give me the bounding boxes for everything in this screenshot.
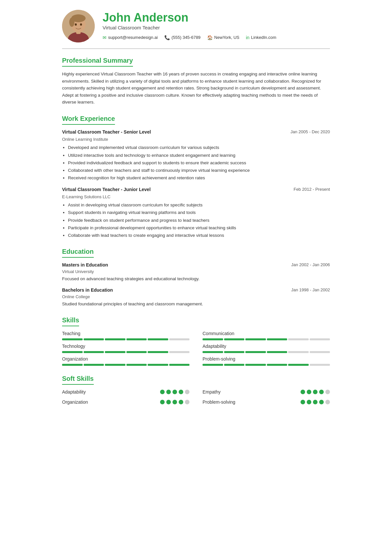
linkedin-contact: in LinkedIn.com	[246, 34, 276, 41]
soft-skills-section: Soft Skills AdaptabilityEmpathyOrganizat…	[62, 374, 330, 406]
soft-skill-dots-2	[160, 400, 189, 404]
skill-item-2: Technology	[62, 343, 189, 353]
work-experience-section: Work Experience Virtual Classroom Teache…	[62, 114, 330, 239]
degree-1-date: Jan 1998 - Jan 2002	[291, 287, 330, 293]
soft-skill-row-2: Organization	[62, 399, 189, 406]
job-0-bullets: Developed and implemented virtual classr…	[62, 144, 330, 181]
email-value: support@resumedesign.ai	[108, 34, 158, 41]
contact-bar: ✉ support@resumedesign.ai 📞 (555) 345-67…	[103, 34, 330, 41]
job-1-title: Virtual Classroom Teacher - Junior Level	[62, 186, 151, 193]
soft-skill-row-0: Adaptability	[62, 389, 189, 396]
degree-0-school: Virtual University	[62, 268, 330, 275]
svg-point-5	[69, 18, 74, 27]
summary-title: Professional Summary	[62, 56, 133, 67]
linkedin-value: LinkedIn.com	[251, 34, 276, 41]
job-0-date: Jan 2005 - Dec 2020	[290, 129, 330, 135]
education-section: Education Masters in Education Jan 2002 …	[62, 247, 330, 307]
degree-0-header: Masters in Education Jan 2002 - Jan 2006	[62, 262, 330, 268]
skill-bar-1	[203, 338, 330, 340]
degree-0-name: Masters in Education	[62, 262, 108, 268]
svg-point-7	[80, 24, 82, 26]
soft-skill-dots-1	[301, 390, 330, 394]
list-item: Assist in developing virtual classroom c…	[68, 202, 330, 208]
soft-skill-name-0: Adaptability	[62, 389, 86, 396]
email-icon: ✉	[103, 34, 106, 41]
list-item: Support students in navigating virtual l…	[68, 209, 330, 216]
degree-0: Masters in Education Jan 2002 - Jan 2006…	[62, 262, 330, 282]
header-divider	[62, 48, 330, 49]
skill-name-3: Adaptability	[203, 343, 330, 350]
job-0-title: Virtual Classroom Teacher - Senior Level	[62, 129, 151, 136]
skill-name-5: Problem-solving	[203, 356, 330, 363]
soft-skill-name-2: Organization	[62, 399, 88, 406]
summary-section: Professional Summary Highly experienced …	[62, 56, 330, 106]
skill-bar-0	[62, 338, 189, 340]
skill-bar-4	[62, 364, 189, 366]
job-0-header: Virtual Classroom Teacher - Senior Level…	[62, 129, 330, 136]
skill-item-5: Problem-solving	[203, 356, 330, 366]
job-1-date: Feb 2012 - Present	[294, 186, 330, 193]
job-1-header: Virtual Classroom Teacher - Junior Level…	[62, 186, 330, 193]
skill-name-4: Organization	[62, 356, 189, 363]
phone-value: (555) 345-6789	[172, 34, 201, 41]
skill-name-2: Technology	[62, 343, 189, 350]
soft-skills-grid: AdaptabilityEmpathyOrganizationProblem-s…	[62, 389, 330, 406]
resume-header: John Anderson Virtual Classroom Teacher …	[62, 10, 330, 42]
skills-grid: TeachingCommunicationTechnologyAdaptabil…	[62, 330, 330, 366]
list-item: Collaborate with lead teachers to create…	[68, 232, 330, 239]
skill-name-1: Communication	[203, 330, 330, 337]
job-0: Virtual Classroom Teacher - Senior Level…	[62, 129, 330, 182]
email-contact: ✉ support@resumedesign.ai	[103, 34, 158, 41]
list-item: Provided individualized feedback and sup…	[68, 160, 330, 166]
skill-bar-2	[62, 351, 189, 353]
soft-skill-name-3: Problem-solving	[203, 399, 235, 406]
candidate-title: Virtual Classroom Teacher	[103, 24, 330, 32]
soft-skill-row-3: Problem-solving	[203, 399, 330, 406]
education-title: Education	[62, 247, 94, 258]
job-1-company: E-Learning Solutions LLC	[62, 194, 330, 200]
job-0-company: Online Learning Institute	[62, 136, 330, 143]
skill-name-0: Teaching	[62, 330, 189, 337]
skill-item-0: Teaching	[62, 330, 189, 340]
avatar	[62, 10, 95, 42]
degree-0-desc: Focused on advanced teaching strategies …	[62, 276, 330, 282]
phone-contact: 📞 (555) 345-6789	[164, 34, 201, 41]
skill-item-4: Organization	[62, 356, 189, 366]
summary-text: Highly experienced Virtual Classroom Tea…	[62, 71, 330, 106]
degree-1-header: Bachelors in Education Jan 1998 - Jan 20…	[62, 287, 330, 294]
soft-skill-row-1: Empathy	[203, 389, 330, 396]
list-item: Received recognition for high student ac…	[68, 175, 330, 181]
degree-1: Bachelors in Education Jan 1998 - Jan 20…	[62, 287, 330, 307]
soft-skills-title: Soft Skills	[62, 374, 94, 385]
list-item: Collaborated with other teachers and sta…	[68, 167, 330, 174]
list-item: Provide feedback on student performance …	[68, 217, 330, 224]
skills-section: Skills TeachingCommunicationTechnologyAd…	[62, 315, 330, 366]
degree-1-desc: Studied foundational principles of teach…	[62, 301, 330, 307]
soft-skill-dots-0	[160, 390, 189, 394]
header-info: John Anderson Virtual Classroom Teacher …	[103, 11, 330, 41]
job-1-bullets: Assist in developing virtual classroom c…	[62, 202, 330, 239]
soft-skill-name-1: Empathy	[203, 389, 220, 396]
skill-item-3: Adaptability	[203, 343, 330, 353]
job-1: Virtual Classroom Teacher - Junior Level…	[62, 186, 330, 239]
location-value: NewYork, US	[214, 34, 239, 41]
list-item: Developed and implemented virtual classr…	[68, 144, 330, 151]
location-contact: 🏠 NewYork, US	[207, 34, 239, 41]
phone-icon: 📞	[164, 34, 170, 41]
list-item: Utilized interactive tools and technolog…	[68, 152, 330, 159]
degree-0-date: Jan 2002 - Jan 2006	[291, 262, 330, 268]
skill-bar-5	[203, 364, 330, 366]
work-experience-title: Work Experience	[62, 114, 115, 125]
list-item: Participate in professional development …	[68, 225, 330, 231]
degree-1-school: Online College	[62, 294, 330, 300]
location-icon: 🏠	[207, 34, 213, 41]
skill-bar-3	[203, 351, 330, 353]
candidate-name: John Anderson	[103, 11, 330, 24]
linkedin-icon: in	[246, 34, 250, 41]
degree-1-name: Bachelors in Education	[62, 287, 113, 294]
skills-title: Skills	[62, 315, 79, 326]
svg-point-6	[75, 24, 77, 26]
skill-item-1: Communication	[203, 330, 330, 340]
soft-skill-dots-3	[301, 400, 330, 404]
